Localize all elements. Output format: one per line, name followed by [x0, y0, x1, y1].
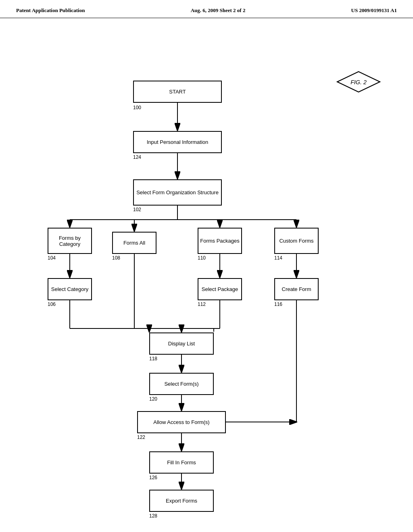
forms-packages-label: Forms Packages [200, 238, 240, 244]
select-category-ref: 106 [48, 301, 56, 307]
start-box: START [133, 81, 222, 103]
fill-forms-box: Fill In Forms [149, 451, 214, 474]
input-personal-label: Input Personal Information [147, 139, 208, 145]
select-form-org-box: Select Form Organization Structure [133, 179, 222, 206]
select-forms-box: Select Form(s) [149, 373, 214, 395]
allow-access-ref: 122 [137, 434, 145, 440]
create-form-ref: 116 [274, 301, 282, 307]
forms-packages-box: Forms Packages [198, 228, 242, 254]
forms-all-ref: 108 [112, 255, 120, 261]
export-forms-ref: 128 [149, 513, 157, 519]
select-form-org-ref: 102 [133, 207, 141, 212]
fig2-diamond: FIG. 2 [336, 71, 381, 93]
start-label: START [169, 89, 186, 95]
forms-all-box: Forms All [112, 232, 156, 254]
custom-forms-ref: 114 [274, 255, 282, 261]
start-ref: 100 [133, 105, 141, 110]
select-category-box: Select Category [48, 278, 92, 300]
select-forms-label: Select Form(s) [164, 381, 198, 387]
diagram-container: FIG. 2 START 100 Input Personal Informat… [0, 18, 413, 518]
display-list-ref: 118 [149, 356, 157, 362]
export-forms-box: Export Forms [149, 490, 214, 512]
create-form-box: Create Form [274, 278, 319, 300]
custom-forms-box: Custom Forms [274, 228, 319, 254]
select-package-box: Select Package [198, 278, 242, 300]
fill-forms-ref: 126 [149, 475, 157, 480]
forms-by-category-box: Forms by Category [48, 228, 92, 254]
forms-by-category-ref: 104 [48, 255, 56, 261]
page-header: Patent Application Publication Aug. 6, 2… [0, 0, 413, 18]
input-personal-box: Input Personal Information [133, 131, 222, 153]
export-forms-label: Export Forms [166, 498, 197, 504]
allow-access-box: Allow Access to Form(s) [137, 411, 226, 433]
select-package-ref: 112 [198, 301, 206, 307]
custom-forms-label: Custom Forms [279, 238, 313, 244]
display-list-label: Display List [168, 341, 195, 347]
header-middle: Aug. 6, 2009 Sheet 2 of 2 [191, 7, 246, 14]
fill-forms-label: Fill In Forms [167, 459, 196, 466]
select-form-org-label: Select Form Organization Structure [136, 189, 219, 195]
select-forms-ref: 120 [149, 396, 157, 402]
svg-text:FIG. 2: FIG. 2 [350, 79, 367, 85]
forms-by-category-label: Forms by Category [48, 235, 91, 247]
input-personal-ref: 124 [133, 154, 141, 160]
create-form-label: Create Form [282, 286, 311, 292]
display-list-box: Display List [149, 332, 214, 355]
allow-access-label: Allow Access to Form(s) [153, 419, 209, 425]
select-package-label: Select Package [202, 286, 238, 292]
header-right: US 2009/0199131 A1 [351, 7, 397, 14]
forms-packages-ref: 110 [198, 255, 206, 261]
select-category-label: Select Category [51, 286, 89, 292]
header-left: Patent Application Publication [16, 7, 85, 14]
forms-all-label: Forms All [123, 240, 145, 246]
